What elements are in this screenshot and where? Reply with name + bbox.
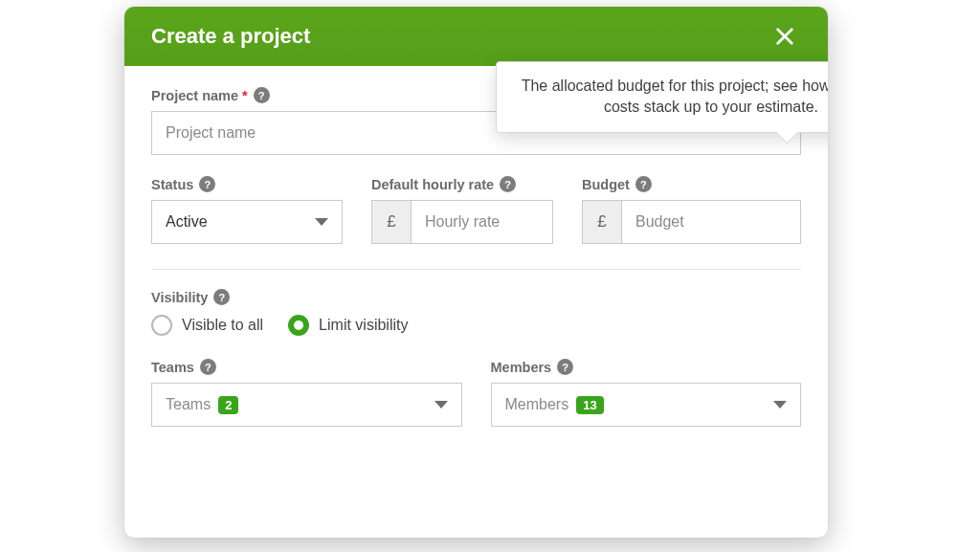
- members-select-label: Members: [505, 396, 569, 413]
- required-indicator: *: [242, 88, 248, 103]
- members-select[interactable]: Members 13: [491, 383, 802, 427]
- status-label: Status ?: [151, 176, 343, 192]
- help-icon[interactable]: ?: [199, 176, 215, 192]
- help-icon[interactable]: ?: [500, 176, 516, 192]
- teams-members-row: Teams ? Teams 2 Members ?: [151, 359, 801, 427]
- status-rate-budget-row: Status ? Active Default hourly rate ? £: [151, 176, 801, 244]
- visibility-limit-radio[interactable]: Limit visibility: [288, 315, 408, 336]
- teams-select[interactable]: Teams 2: [151, 383, 462, 427]
- members-field: Members ? Members 13: [491, 359, 802, 427]
- currency-addon: £: [371, 200, 412, 244]
- modal-body: The allocated budget for this project; s…: [124, 66, 828, 427]
- help-icon[interactable]: ?: [213, 289, 230, 305]
- help-icon[interactable]: ?: [254, 87, 270, 103]
- radio-label: Visible to all: [182, 317, 263, 334]
- divider: [151, 269, 801, 270]
- status-field: Status ? Active: [151, 176, 343, 244]
- visibility-options: Visible to all Limit visibility: [151, 315, 801, 336]
- close-button[interactable]: [768, 20, 801, 53]
- chevron-down-icon: [773, 401, 787, 408]
- hourly-rate-label: Default hourly rate ?: [371, 176, 553, 192]
- radio-unchecked-icon: [151, 315, 172, 336]
- modal-header: Create a project: [124, 7, 828, 66]
- budget-field: Budget ? £: [582, 176, 801, 244]
- chevron-down-icon: [434, 401, 448, 408]
- teams-label: Teams ?: [151, 359, 462, 375]
- tooltip-text: The allocated budget for this project; s…: [522, 77, 828, 115]
- status-select[interactable]: Active: [151, 200, 343, 244]
- budget-tooltip: The allocated budget for this project; s…: [496, 61, 828, 133]
- teams-count-badge: 2: [218, 396, 238, 414]
- members-label: Members ?: [491, 359, 802, 375]
- teams-select-label: Teams: [166, 396, 211, 413]
- budget-label: Budget ?: [582, 176, 801, 192]
- create-project-modal: Create a project The allocated budget fo…: [124, 7, 828, 538]
- chevron-down-icon: [315, 218, 328, 226]
- teams-field: Teams ? Teams 2: [151, 359, 462, 427]
- members-count-badge: 13: [576, 396, 603, 414]
- hourly-rate-input[interactable]: [412, 200, 553, 244]
- help-icon[interactable]: ?: [635, 176, 652, 192]
- visibility-label: Visibility ?: [151, 289, 801, 305]
- hourly-rate-field: Default hourly rate ? £: [371, 176, 553, 244]
- help-icon[interactable]: ?: [557, 359, 573, 375]
- radio-label: Limit visibility: [319, 317, 408, 334]
- modal-title: Create a project: [151, 24, 310, 49]
- budget-input[interactable]: [622, 200, 801, 244]
- radio-checked-icon: [288, 315, 309, 336]
- close-icon: [774, 26, 795, 47]
- visibility-field: Visibility ? Visible to all Limit visibi…: [151, 289, 801, 336]
- visibility-all-radio[interactable]: Visible to all: [151, 315, 263, 336]
- status-value: Active: [166, 213, 208, 231]
- help-icon[interactable]: ?: [200, 359, 216, 375]
- currency-addon: £: [582, 200, 622, 244]
